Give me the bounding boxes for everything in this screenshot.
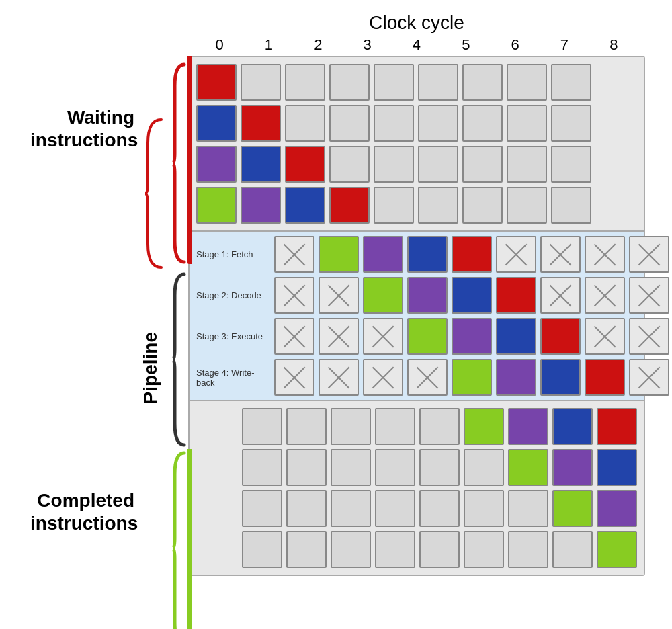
cell-w3-0 (196, 146, 237, 183)
c2-c1 (286, 449, 327, 486)
waiting-row-3 (196, 146, 637, 183)
pipeline-brace-svg (172, 269, 187, 450)
p3-c2 (363, 318, 403, 355)
c3-c2 (331, 490, 371, 527)
p3-c3 (407, 318, 448, 355)
cell-w1-5 (418, 64, 458, 101)
waiting-border (187, 56, 192, 264)
clock-header: Clock cycle 0 1 2 3 4 5 6 7 8 (188, 12, 645, 54)
cell-w4-8 (551, 187, 591, 224)
c4-c8 (597, 531, 637, 568)
p4-c3 (407, 359, 448, 396)
cell-w2-5 (418, 105, 458, 142)
cell-w4-4 (374, 187, 414, 224)
c1-c8 (597, 408, 637, 445)
cell-w3-1 (241, 146, 281, 183)
waiting-brace-svg (172, 59, 187, 267)
clock-num-2: 2 (294, 36, 341, 54)
stage-1-label: Stage 1: Fetch (196, 249, 270, 259)
c2-c4 (419, 449, 460, 486)
c3-c5 (464, 490, 504, 527)
p4-c0 (274, 359, 314, 396)
c2-c7 (552, 449, 593, 486)
p3-c8 (629, 318, 669, 355)
p1-c7 (585, 236, 625, 273)
c4-c3 (375, 531, 415, 568)
stage-4-label: Stage 4: Write-back (196, 368, 270, 388)
c2-c0 (242, 449, 282, 486)
cell-w2-6 (462, 105, 503, 142)
cell-w1-6 (462, 64, 503, 101)
c3-c3 (375, 490, 415, 527)
cell-w1-8 (551, 64, 591, 101)
p4-c8 (629, 359, 669, 396)
p3-c4 (452, 318, 492, 355)
pipeline-label-container: Pipeline (30, 291, 161, 446)
cell-w3-2 (285, 146, 325, 183)
cell-w3-3 (329, 146, 370, 183)
c2-c5 (464, 449, 504, 486)
stage-4-cells (274, 359, 669, 396)
pipeline-row-3: Stage 3: Execute (196, 318, 637, 355)
clock-num-0: 0 (196, 36, 243, 54)
clock-num-4: 4 (393, 36, 440, 54)
p3-c6 (540, 318, 581, 355)
c4-c6 (508, 531, 548, 568)
c3-c0 (242, 490, 282, 527)
cell-w3-5 (418, 146, 458, 183)
p3-c0 (274, 318, 314, 355)
cell-w1-7 (507, 64, 547, 101)
c2-c8 (597, 449, 637, 486)
p1-c5 (496, 236, 536, 273)
cell-w4-6 (462, 187, 503, 224)
pipeline-diagram: Clock cycle 0 1 2 3 4 5 6 7 8 (27, 12, 645, 617)
waiting-row-2 (196, 105, 637, 142)
pipeline-label: Pipeline (140, 332, 161, 404)
p2-c6 (540, 277, 581, 314)
clock-num-5: 5 (442, 36, 489, 54)
c1-c1 (286, 408, 327, 445)
cell-w4-7 (507, 187, 547, 224)
clock-num-8: 8 (590, 36, 637, 54)
p4-c5 (496, 359, 536, 396)
cell-w2-8 (551, 105, 591, 142)
pipeline-row-2: Stage 2: Decode (196, 277, 637, 314)
cell-w2-7 (507, 105, 547, 142)
waiting-instructions-label: Waitinginstructions (30, 106, 161, 151)
p1-c0 (274, 236, 314, 273)
p1-c2 (363, 236, 403, 273)
c4-c1 (286, 531, 327, 568)
cell-w1-0 (196, 64, 237, 101)
completed-brace-svg (172, 448, 187, 629)
p2-c7 (585, 277, 625, 314)
c1-c3 (375, 408, 415, 445)
cell-w3-7 (507, 146, 547, 183)
waiting-row-1 (196, 64, 637, 101)
c4-c2 (331, 531, 371, 568)
waiting-section (190, 57, 644, 232)
c1-c7 (552, 408, 593, 445)
p2-c3 (407, 277, 448, 314)
p2-c5 (496, 277, 536, 314)
stage-3-cells (274, 318, 669, 355)
c4-c7 (552, 531, 593, 568)
cell-w1-1 (241, 64, 281, 101)
clock-num-6: 6 (492, 36, 539, 54)
c4-c0 (242, 531, 282, 568)
clock-num-3: 3 (344, 36, 391, 54)
p1-c3 (407, 236, 448, 273)
cell-w1-4 (374, 64, 414, 101)
cell-w2-1 (241, 105, 281, 142)
p4-c2 (363, 359, 403, 396)
stage-3-label: Stage 3: Execute (196, 331, 270, 341)
completed-row-4 (196, 531, 637, 568)
c3-c4 (419, 490, 460, 527)
c1-c5 (464, 408, 504, 445)
stage-1-cells (274, 236, 669, 273)
cell-w4-2 (285, 187, 325, 224)
c1-c4 (419, 408, 460, 445)
p2-c4 (452, 277, 492, 314)
clock-cycle-title: Clock cycle (188, 12, 645, 34)
c3-c6 (508, 490, 548, 527)
c1-c2 (331, 408, 371, 445)
